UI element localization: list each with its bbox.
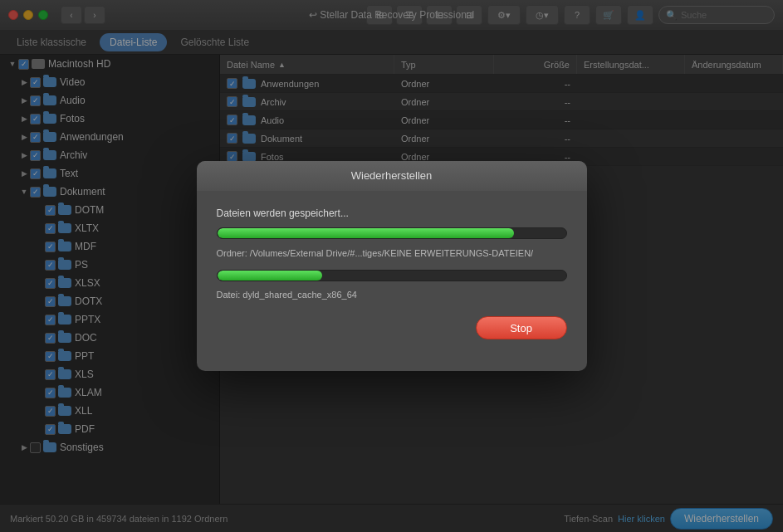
modal-overlay: Wiederherstellen Dateien werden gespeich…: [0, 0, 783, 532]
modal-titlebar: Wiederherstellen: [197, 161, 587, 191]
modal-path-text: Ordner: /Volumes/External Drive/#...tige…: [217, 247, 567, 260]
progress-bar-2-container: [217, 270, 567, 281]
modal-title: Wiederherstellen: [351, 169, 433, 182]
stop-button[interactable]: Stop: [476, 316, 567, 339]
modal-file-text: Datei: dyld_shared_cache_x86_64: [217, 290, 567, 300]
modal-status-text: Dateien werden gespeichert...: [217, 207, 567, 219]
progress-bar-1-fill: [218, 228, 514, 238]
progress-bar-1-container: [217, 227, 567, 239]
progress-bar-2-fill: [218, 271, 322, 281]
modal-dialog: Wiederherstellen Dateien werden gespeich…: [197, 161, 587, 371]
modal-content: Dateien werden gespeichert... Ordner: /V…: [197, 191, 587, 371]
modal-footer: Stop: [217, 316, 567, 354]
